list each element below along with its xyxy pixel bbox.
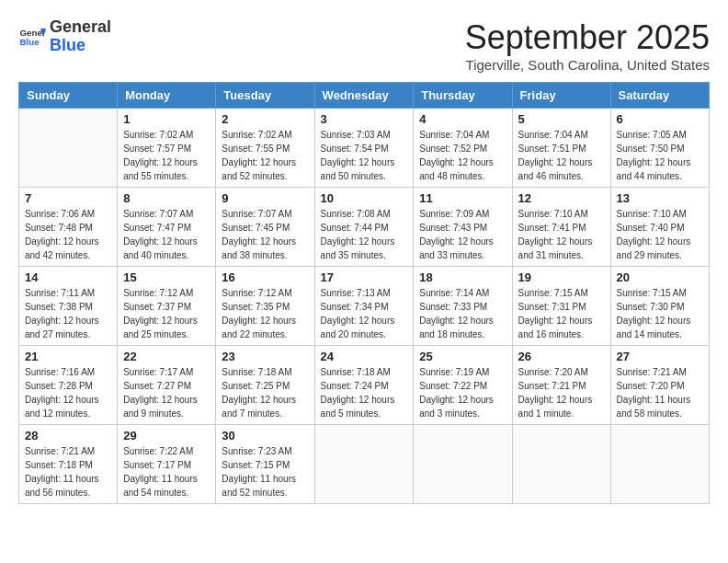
day-info: Sunrise: 7:04 AM Sunset: 7:52 PM Dayligh…: [419, 128, 506, 183]
page-header: General Blue General Blue September 2025…: [18, 18, 710, 73]
calendar-cell: 20Sunrise: 7:15 AM Sunset: 7:30 PM Dayli…: [610, 267, 709, 346]
calendar-cell: 14Sunrise: 7:11 AM Sunset: 7:38 PM Dayli…: [19, 267, 118, 346]
day-info: Sunrise: 7:15 AM Sunset: 7:31 PM Dayligh…: [518, 286, 605, 341]
day-number: 19: [518, 270, 605, 284]
day-number: 5: [518, 112, 605, 126]
calendar-header-sunday: Sunday: [19, 83, 118, 109]
day-number: 21: [25, 350, 111, 363]
day-number: 30: [222, 429, 308, 442]
calendar-cell: 24Sunrise: 7:18 AM Sunset: 7:24 PM Dayli…: [314, 346, 414, 425]
day-number: 4: [419, 112, 506, 126]
calendar-cell: 19Sunrise: 7:15 AM Sunset: 7:31 PM Dayli…: [512, 267, 610, 346]
week-row-1: 1Sunrise: 7:02 AM Sunset: 7:57 PM Daylig…: [19, 109, 710, 188]
calendar-cell: 17Sunrise: 7:13 AM Sunset: 7:34 PM Dayli…: [314, 267, 414, 346]
calendar-cell: 27Sunrise: 7:21 AM Sunset: 7:20 PM Dayli…: [610, 346, 709, 425]
calendar-cell: 5Sunrise: 7:04 AM Sunset: 7:51 PM Daylig…: [512, 109, 610, 188]
calendar-cell: 2Sunrise: 7:02 AM Sunset: 7:55 PM Daylig…: [216, 109, 314, 188]
calendar-cell: 10Sunrise: 7:08 AM Sunset: 7:44 PM Dayli…: [314, 188, 414, 267]
day-number: 22: [123, 350, 210, 363]
day-number: 23: [222, 350, 308, 363]
day-info: Sunrise: 7:12 AM Sunset: 7:35 PM Dayligh…: [222, 286, 308, 341]
day-number: 11: [419, 191, 506, 205]
day-info: Sunrise: 7:03 AM Sunset: 7:54 PM Dayligh…: [321, 128, 408, 183]
day-number: 24: [321, 350, 408, 363]
day-info: Sunrise: 7:14 AM Sunset: 7:33 PM Dayligh…: [419, 286, 506, 341]
day-number: 28: [25, 429, 111, 442]
day-info: Sunrise: 7:07 AM Sunset: 7:45 PM Dayligh…: [222, 207, 308, 262]
day-info: Sunrise: 7:21 AM Sunset: 7:20 PM Dayligh…: [617, 365, 703, 420]
week-row-4: 21Sunrise: 7:16 AM Sunset: 7:28 PM Dayli…: [19, 346, 710, 425]
day-info: Sunrise: 7:10 AM Sunset: 7:40 PM Dayligh…: [617, 207, 703, 262]
calendar-cell: 28Sunrise: 7:21 AM Sunset: 7:18 PM Dayli…: [19, 425, 118, 504]
day-info: Sunrise: 7:07 AM Sunset: 7:47 PM Dayligh…: [123, 207, 210, 262]
day-info: Sunrise: 7:18 AM Sunset: 7:25 PM Dayligh…: [222, 365, 308, 420]
calendar-cell: [414, 425, 512, 504]
day-info: Sunrise: 7:15 AM Sunset: 7:30 PM Dayligh…: [617, 286, 703, 341]
logo: General Blue General Blue: [18, 18, 111, 55]
calendar-cell: 11Sunrise: 7:09 AM Sunset: 7:43 PM Dayli…: [414, 188, 512, 267]
day-number: 2: [222, 112, 308, 126]
day-info: Sunrise: 7:18 AM Sunset: 7:24 PM Dayligh…: [321, 365, 408, 420]
calendar-cell: 15Sunrise: 7:12 AM Sunset: 7:37 PM Dayli…: [118, 267, 216, 346]
day-info: Sunrise: 7:04 AM Sunset: 7:51 PM Dayligh…: [518, 128, 605, 183]
day-number: 9: [222, 191, 308, 205]
day-number: 8: [123, 191, 210, 205]
day-info: Sunrise: 7:05 AM Sunset: 7:50 PM Dayligh…: [617, 128, 703, 183]
day-number: 6: [617, 112, 703, 126]
day-info: Sunrise: 7:13 AM Sunset: 7:34 PM Dayligh…: [321, 286, 408, 341]
calendar-cell: [512, 425, 610, 504]
calendar-cell: 26Sunrise: 7:20 AM Sunset: 7:21 PM Dayli…: [512, 346, 610, 425]
day-info: Sunrise: 7:17 AM Sunset: 7:27 PM Dayligh…: [123, 365, 210, 420]
day-info: Sunrise: 7:08 AM Sunset: 7:44 PM Dayligh…: [321, 207, 408, 262]
month-title: September 2025: [465, 18, 710, 57]
calendar-header-row: SundayMondayTuesdayWednesdayThursdayFrid…: [19, 83, 710, 109]
day-number: 1: [123, 112, 210, 126]
calendar-cell: [314, 425, 414, 504]
calendar-header-wednesday: Wednesday: [314, 83, 414, 109]
logo-blue-text: Blue: [50, 36, 85, 54]
day-info: Sunrise: 7:16 AM Sunset: 7:28 PM Dayligh…: [25, 365, 111, 420]
calendar-cell: 4Sunrise: 7:04 AM Sunset: 7:52 PM Daylig…: [414, 109, 512, 188]
calendar-cell: 23Sunrise: 7:18 AM Sunset: 7:25 PM Dayli…: [216, 346, 314, 425]
day-number: 3: [321, 112, 408, 126]
calendar-header-monday: Monday: [118, 83, 216, 109]
calendar-cell: 1Sunrise: 7:02 AM Sunset: 7:57 PM Daylig…: [118, 109, 216, 188]
day-info: Sunrise: 7:06 AM Sunset: 7:48 PM Dayligh…: [25, 207, 111, 262]
day-info: Sunrise: 7:20 AM Sunset: 7:21 PM Dayligh…: [518, 365, 605, 420]
calendar-header-friday: Friday: [512, 83, 610, 109]
day-number: 15: [123, 270, 210, 284]
calendar-cell: 8Sunrise: 7:07 AM Sunset: 7:47 PM Daylig…: [118, 188, 216, 267]
calendar-cell: 25Sunrise: 7:19 AM Sunset: 7:22 PM Dayli…: [414, 346, 512, 425]
day-number: 27: [617, 350, 703, 363]
calendar-cell: 21Sunrise: 7:16 AM Sunset: 7:28 PM Dayli…: [19, 346, 118, 425]
day-number: 17: [321, 270, 408, 284]
calendar-cell: 18Sunrise: 7:14 AM Sunset: 7:33 PM Dayli…: [414, 267, 512, 346]
calendar-cell: 29Sunrise: 7:22 AM Sunset: 7:17 PM Dayli…: [118, 425, 216, 504]
day-info: Sunrise: 7:22 AM Sunset: 7:17 PM Dayligh…: [123, 444, 210, 500]
day-number: 14: [25, 270, 111, 284]
calendar-cell: [610, 425, 709, 504]
title-block: September 2025 Tigerville, South Carolin…: [465, 18, 710, 73]
logo-general-text: General: [50, 17, 111, 36]
calendar-header-thursday: Thursday: [414, 83, 512, 109]
calendar-cell: 6Sunrise: 7:05 AM Sunset: 7:50 PM Daylig…: [610, 109, 709, 188]
day-info: Sunrise: 7:02 AM Sunset: 7:55 PM Dayligh…: [222, 128, 308, 183]
day-info: Sunrise: 7:09 AM Sunset: 7:43 PM Dayligh…: [419, 207, 506, 262]
week-row-2: 7Sunrise: 7:06 AM Sunset: 7:48 PM Daylig…: [19, 188, 710, 267]
calendar-cell: 30Sunrise: 7:23 AM Sunset: 7:15 PM Dayli…: [216, 425, 314, 504]
calendar-cell: 22Sunrise: 7:17 AM Sunset: 7:27 PM Dayli…: [118, 346, 216, 425]
day-info: Sunrise: 7:10 AM Sunset: 7:41 PM Dayligh…: [518, 207, 605, 262]
week-row-5: 28Sunrise: 7:21 AM Sunset: 7:18 PM Dayli…: [19, 425, 710, 504]
calendar-header-tuesday: Tuesday: [216, 83, 314, 109]
day-number: 26: [518, 350, 605, 363]
calendar-cell: 12Sunrise: 7:10 AM Sunset: 7:41 PM Dayli…: [512, 188, 610, 267]
day-number: 16: [222, 270, 308, 284]
calendar-cell: 7Sunrise: 7:06 AM Sunset: 7:48 PM Daylig…: [19, 188, 118, 267]
day-info: Sunrise: 7:12 AM Sunset: 7:37 PM Dayligh…: [123, 286, 210, 341]
day-number: 18: [419, 270, 506, 284]
calendar-cell: 9Sunrise: 7:07 AM Sunset: 7:45 PM Daylig…: [216, 188, 314, 267]
calendar-cell: 3Sunrise: 7:03 AM Sunset: 7:54 PM Daylig…: [314, 109, 414, 188]
logo-icon: General Blue: [18, 23, 46, 51]
week-row-3: 14Sunrise: 7:11 AM Sunset: 7:38 PM Dayli…: [19, 267, 710, 346]
calendar-cell: [19, 109, 118, 188]
